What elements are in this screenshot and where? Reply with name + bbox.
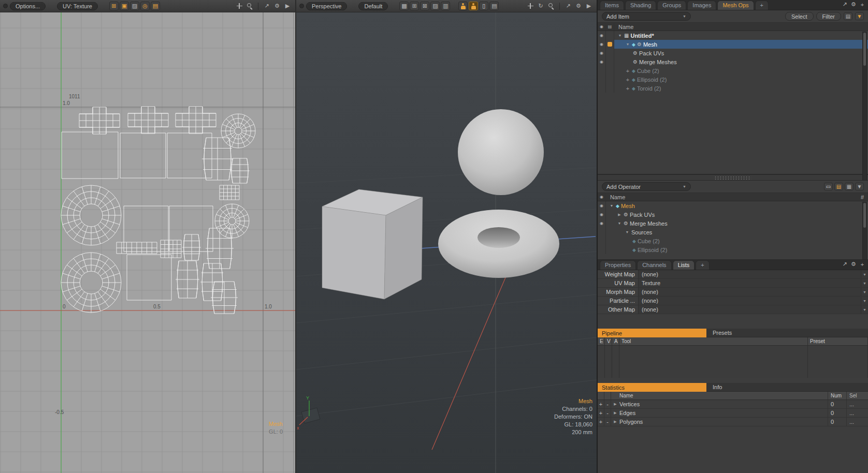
camera-view-dropdown[interactable]: Perspective xyxy=(306,2,347,10)
add-operator-dropdown[interactable]: Add Operator ▼ xyxy=(602,182,691,191)
stats-remove-button[interactable]: - xyxy=(604,400,611,408)
visibility-eye-icon[interactable] xyxy=(598,236,606,245)
map-form-value-dropdown[interactable]: (none) xyxy=(638,305,861,314)
stats-add-button[interactable]: + xyxy=(598,418,604,426)
pan-icon[interactable] xyxy=(235,2,244,10)
expand-arrow-icon[interactable]: ▶ xyxy=(617,213,622,217)
tab-lists[interactable]: Lists xyxy=(673,260,695,270)
expand-arrow-icon[interactable]: ▶ xyxy=(611,409,619,417)
tab-groups[interactable]: Groups xyxy=(657,1,686,10)
tree-row-merge-meshes[interactable]: ◉⚙Merge Meshes xyxy=(598,57,868,66)
stats-remove-button[interactable]: - xyxy=(604,409,611,417)
expand-plus-icon[interactable]: + xyxy=(625,85,630,92)
stat-row-more-button[interactable]: ... xyxy=(846,418,868,426)
tree-row-toroid-2[interactable]: +◆Toroid (2) xyxy=(598,84,868,93)
dropdown-arrow-icon[interactable]: ▼ xyxy=(861,288,868,296)
collapse-arrow-icon[interactable]: ▼ xyxy=(609,204,614,208)
ops-scrollbar-thumb[interactable] xyxy=(863,203,866,228)
ops-scrollbar[interactable] xyxy=(862,202,867,260)
scene-canvas[interactable]: Y x xyxy=(296,12,597,473)
new-layer-icon[interactable]: ▭ xyxy=(824,183,833,190)
stats-add-button[interactable]: + xyxy=(598,400,604,408)
tab-channels[interactable]: Channels xyxy=(637,260,671,270)
tree-row-untitled[interactable]: ◉▼▦Untitled* xyxy=(598,31,868,40)
filter-button[interactable]: Filter xyxy=(816,12,841,21)
tree-row-sources[interactable]: ▼Sources xyxy=(598,228,868,236)
person-active-icon[interactable] xyxy=(469,2,478,10)
advance-icon[interactable]: ▶ xyxy=(283,2,292,10)
uv-options-button[interactable]: Options... xyxy=(10,2,46,10)
tab-items[interactable]: Items xyxy=(600,1,624,10)
visibility-eye-icon[interactable] xyxy=(598,75,606,84)
advance-icon[interactable]: ▶ xyxy=(584,2,594,10)
dots-grid-icon[interactable]: ▩ xyxy=(399,2,409,10)
uv-pages-icon[interactable]: ▤ xyxy=(151,2,160,10)
capsule-icon[interactable]: ▯ xyxy=(479,2,488,10)
tree-row-pack-uvs[interactable]: ◉▶⚙Pack UVs xyxy=(598,210,868,219)
visibility-eye-icon[interactable]: ◉ xyxy=(598,219,606,228)
stat-row-more-button[interactable]: ... xyxy=(846,409,868,417)
gear-icon[interactable]: ⚙ xyxy=(850,260,857,269)
uv-cube-icon[interactable]: ▣ xyxy=(120,2,129,10)
tab-blank[interactable]: + xyxy=(755,1,769,10)
tree-row-mesh[interactable]: ◉▼◆⚙Mesh xyxy=(598,40,868,49)
tree-row-ellipsoid-2[interactable]: +◆Ellipsoid (2) xyxy=(598,75,868,84)
dropdown-icon[interactable]: ▼ xyxy=(855,183,864,190)
tree-row-pack-uvs[interactable]: ◉⚙Pack UVs xyxy=(598,49,868,57)
collapse-arrow-icon[interactable]: ▼ xyxy=(617,34,623,37)
move-icon[interactable] xyxy=(526,2,535,10)
pages-icon[interactable]: ▤ xyxy=(489,2,499,10)
wire-stripes-icon[interactable]: ▨ xyxy=(430,2,440,10)
gear-icon[interactable]: ⚙ xyxy=(574,2,583,10)
dropdown-arrow-icon[interactable]: ▼ xyxy=(861,305,868,314)
draw-style-icon[interactable]: ▥ xyxy=(441,2,450,10)
expand-arrow-icon[interactable]: ▶ xyxy=(611,418,619,426)
items-scrollbar[interactable] xyxy=(862,32,867,181)
visibility-eye-icon[interactable] xyxy=(598,84,606,93)
uv-stripes-icon[interactable]: ▨ xyxy=(130,2,139,10)
tree-row-cube-2[interactable]: +◆Cube (2) xyxy=(598,66,868,75)
toroid-mesh[interactable] xyxy=(438,210,559,278)
tree-row-merge-meshes[interactable]: ◉▼⚙Merge Meshes xyxy=(598,219,868,228)
plus-icon[interactable]: + xyxy=(859,260,866,269)
visibility-eye-icon[interactable] xyxy=(598,228,606,236)
plus-icon[interactable]: + xyxy=(859,0,866,9)
cube-mesh[interactable] xyxy=(322,189,423,299)
tab-mesh-ops[interactable]: Mesh Ops xyxy=(717,1,754,10)
stats-remove-button[interactable]: - xyxy=(604,418,611,426)
collapse-arrow-icon[interactable]: ▼ xyxy=(625,42,630,46)
expand-icon[interactable]: ↗ xyxy=(563,2,573,10)
visibility-eye-icon[interactable]: ◉ xyxy=(598,57,606,66)
zoom-icon[interactable] xyxy=(546,2,556,10)
expand-icon[interactable]: ↗ xyxy=(841,260,848,269)
quad-view-icon[interactable]: ⊞ xyxy=(410,2,419,10)
dropdown-arrow-icon[interactable]: ▼ xyxy=(861,297,868,305)
visibility-eye-icon[interactable] xyxy=(598,245,606,254)
statistics-row-edges[interactable]: +-▶Edges0... xyxy=(598,409,868,418)
solo-icon[interactable]: ▦ xyxy=(845,183,853,190)
expand-icon[interactable]: ↗ xyxy=(262,2,271,10)
visibility-eye-icon[interactable]: ◉ xyxy=(598,40,606,49)
add-item-dropdown[interactable]: Add Item ▼ xyxy=(602,12,691,21)
visibility-eye-icon[interactable]: ◉ xyxy=(598,201,606,210)
stat-row-more-button[interactable]: ... xyxy=(846,400,868,408)
tree-row-mesh[interactable]: ◉▼◆Mesh xyxy=(598,201,868,210)
uv-islands[interactable] xyxy=(61,107,255,314)
list-options-icon[interactable]: ▤ xyxy=(844,12,852,20)
select-button[interactable]: Select xyxy=(785,12,814,21)
filter-funnel-icon[interactable]: ▼ xyxy=(855,12,864,20)
items-scrollbar-thumb[interactable] xyxy=(863,33,866,66)
tab-info[interactable]: Info xyxy=(706,383,868,392)
tab-properties[interactable]: Properties xyxy=(600,260,636,270)
statistics-row-vertices[interactable]: +-▶Vertices0... xyxy=(598,400,868,409)
tree-row-ellipsoid-2[interactable]: ◆Ellipsoid (2) xyxy=(598,245,868,254)
expand-arrow-icon[interactable]: ▶ xyxy=(611,400,619,408)
ellipsoid-mesh[interactable] xyxy=(458,109,544,195)
visibility-eye-icon[interactable] xyxy=(598,66,606,75)
map-form-value-dropdown[interactable]: (none) xyxy=(638,297,861,305)
expand-plus-icon[interactable]: + xyxy=(625,68,630,74)
active-mesh-chip-icon[interactable] xyxy=(606,40,614,49)
shading-style-dropdown[interactable]: Default xyxy=(358,2,388,10)
uv-grid-icon[interactable]: ⊞ xyxy=(109,2,119,10)
close-box-icon[interactable]: ⊠ xyxy=(420,2,429,10)
